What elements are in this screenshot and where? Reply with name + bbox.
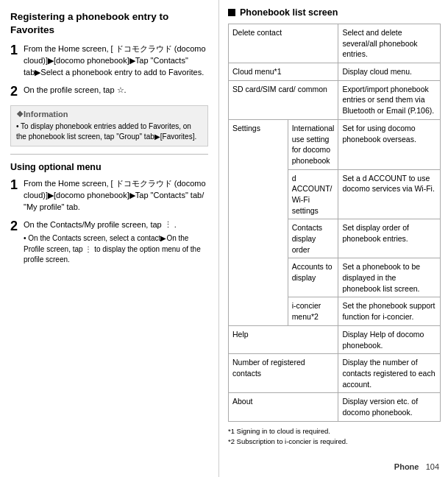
- page-footer: Phone 104: [394, 462, 439, 471]
- info-header: ❖Information: [16, 110, 202, 119]
- panel-heading: Phonebook list screen: [228, 7, 441, 18]
- step-opt-2: 2 On the Contacts/My profile screen, tap…: [10, 219, 208, 266]
- step-opt-2-sub: • On the Contacts screen, select a conta…: [24, 233, 208, 266]
- step-opt-1: 1 From the Home screen, [ ドコモクラウド (docom…: [10, 178, 208, 213]
- footer-label: Phone: [394, 462, 419, 471]
- step-1-number: 1: [10, 43, 18, 58]
- step-opt-1-text: From the Home screen, [ ドコモクラウド (docomo …: [24, 178, 208, 213]
- footnote-2: *2 Subscription to i-concier is required…: [228, 437, 441, 447]
- step-opt-2-text: On the Contacts/My profile screen, tap ⋮…: [24, 219, 208, 231]
- black-square-icon: [228, 9, 235, 16]
- using-title: Using optional menu: [10, 162, 208, 172]
- step-1: 1 From the Home screen, [ ドコモクラウド (docom…: [10, 43, 208, 79]
- step-opt-2-number: 2: [10, 219, 18, 234]
- table-row: Cloud menu*1Display cloud menu.: [229, 63, 441, 81]
- step-2-number: 2: [10, 85, 18, 99]
- table-row: AboutDisplay version etc. of docomo phon…: [229, 393, 441, 421]
- table-row: SettingsInternational use setting for do…: [229, 119, 441, 169]
- phonebook-table: Delete contactSelect and delete several/…: [228, 24, 441, 422]
- divider: [10, 154, 208, 155]
- table-row: HelpDisplay Help of docomo phonebook.: [229, 325, 441, 353]
- left-panel: Registering a phonebook entry to Favorit…: [0, 0, 219, 477]
- step-1-text: From the Home screen, [ ドコモクラウド (docomo …: [24, 43, 208, 79]
- table-row: Number of registered contactsDisplay the…: [229, 354, 441, 393]
- table-row: Delete contactSelect and delete several/…: [229, 24, 441, 63]
- step-2-text: On the profile screen, tap ☆.: [24, 85, 127, 96]
- footnote-1: *1 Signing in to cloud is required.: [228, 426, 441, 437]
- footnotes: *1 Signing in to cloud is required. *2 S…: [228, 426, 441, 448]
- step-opt-2-content: On the Contacts/My profile screen, tap ⋮…: [24, 219, 208, 266]
- right-panel: Phonebook list screen Delete contactSele…: [219, 0, 448, 477]
- step-2: 2 On the profile screen, tap ☆.: [10, 85, 208, 99]
- panel-heading-text: Phonebook list screen: [240, 7, 338, 18]
- main-title: Registering a phonebook entry to Favorit…: [10, 10, 208, 36]
- footer-page: 104: [426, 462, 439, 471]
- info-text: • To display phonebook entries added to …: [16, 121, 202, 142]
- table-row: SD card/SIM card/ commonExport/import ph…: [229, 80, 441, 119]
- step-opt-1-number: 1: [10, 178, 18, 193]
- info-box: ❖Information • To display phonebook entr…: [10, 105, 208, 146]
